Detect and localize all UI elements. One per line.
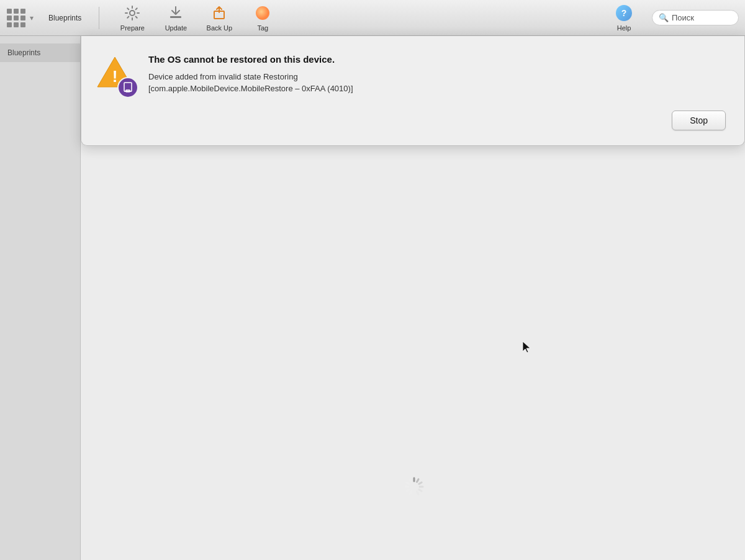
svg-line-17 [407, 490, 409, 492]
search-bar[interactable]: 🔍 Поиск [652, 10, 739, 25]
svg-line-11 [419, 482, 422, 484]
dialog-message: Device added from invalid state Restorin… [148, 71, 726, 95]
backup-toolbar-item[interactable]: Back Up [204, 4, 235, 32]
help-label: Help [617, 24, 631, 32]
main-area: Blueprints ! [0, 36, 745, 560]
svg-line-13 [419, 490, 422, 492]
dialog-content: ! The OS cannot be restored on this devi… [96, 53, 726, 98]
dialog-text: The OS cannot be restored on this device… [148, 53, 726, 95]
svg-text:!: ! [112, 67, 118, 86]
help-icon: ? [615, 4, 633, 22]
svg-line-16 [410, 492, 412, 494]
chevron-down-icon[interactable]: ▾ [30, 14, 34, 22]
svg-rect-1 [170, 16, 181, 18]
tag-label: Tag [258, 24, 269, 32]
cursor [522, 340, 531, 356]
spinner [400, 473, 425, 498]
svg-line-10 [417, 479, 419, 482]
dialog-actions: Stop [96, 111, 726, 130]
stop-button[interactable]: Stop [672, 111, 726, 130]
spinner-container [400, 473, 425, 498]
help-toolbar-item[interactable]: ? Help [608, 4, 639, 32]
update-toolbar-item[interactable]: Update [160, 4, 191, 32]
backup-label: Back Up [207, 24, 233, 32]
device-icon [117, 77, 138, 98]
search-text: Поиск [672, 13, 694, 22]
svg-point-0 [130, 11, 135, 16]
search-icon: 🔍 [659, 13, 669, 22]
svg-line-20 [410, 479, 412, 482]
tag-icon [254, 4, 271, 22]
dialog-title: The OS cannot be restored on this device… [148, 53, 726, 66]
prepare-icon [124, 4, 141, 22]
tag-toolbar-item[interactable]: Tag [247, 4, 278, 32]
update-label: Update [165, 24, 187, 32]
prepare-toolbar-item[interactable]: Prepare [117, 4, 148, 32]
sidebar-blueprints[interactable]: Blueprints [0, 43, 80, 62]
svg-line-14 [417, 492, 419, 494]
update-icon [167, 4, 184, 22]
warning-icon-composite: ! [96, 56, 138, 98]
content-area: ! The OS cannot be restored on this devi… [81, 36, 745, 560]
alert-dialog: ! The OS cannot be restored on this devi… [81, 36, 745, 146]
toolbar: ▾ Blueprints Prepare Update [0, 0, 745, 36]
grid-icon[interactable] [6, 8, 26, 28]
backup-icon [210, 4, 228, 22]
svg-marker-21 [523, 341, 530, 353]
blueprints-label: Blueprints [48, 14, 81, 22]
svg-point-3 [256, 6, 269, 20]
svg-line-19 [407, 482, 409, 484]
prepare-label: Prepare [120, 24, 145, 32]
sidebar: Blueprints [0, 36, 81, 560]
